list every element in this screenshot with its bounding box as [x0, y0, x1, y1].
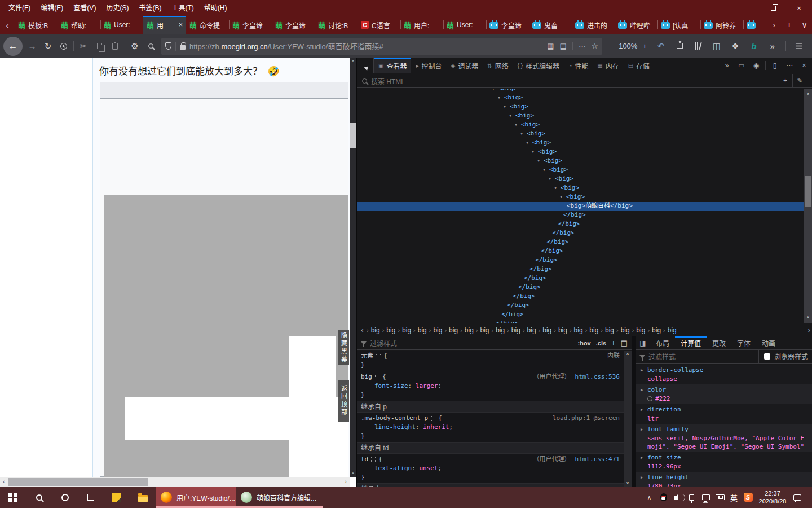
browser-tab[interactable]: 萌讨论:B: [315, 16, 358, 34]
markup-node-close[interactable]: </big>: [357, 229, 804, 238]
close-button[interactable]: ×: [786, 0, 812, 16]
twisty-open-icon[interactable]: ▼: [509, 111, 515, 120]
rule-source-link[interactable]: html.css:471: [575, 456, 620, 463]
twisty-open-icon[interactable]: ▼: [532, 147, 538, 156]
browser-tab[interactable]: 萌帮助:: [58, 16, 100, 34]
twisty-open-icon[interactable]: ▼: [543, 165, 549, 174]
titlebar-menu-item[interactable]: 文件(F): [3, 0, 36, 16]
breadcrumb-item[interactable]: big: [525, 326, 539, 334]
twisty-open-icon[interactable]: ▼: [526, 138, 532, 147]
markup-node-open[interactable]: ▼<big>: [357, 147, 804, 156]
scrollbar-thumb[interactable]: [8, 478, 148, 486]
breadcrumb-item[interactable]: big: [509, 326, 523, 334]
forward-button[interactable]: →: [24, 38, 40, 55]
sidebar-tab-计算值[interactable]: 计算值: [675, 336, 707, 349]
markup-node-open[interactable]: ▼<big>: [357, 89, 804, 93]
cortana-button[interactable]: [52, 487, 78, 508]
scroll-up-icon[interactable]: ∧: [350, 59, 356, 63]
titlebar-menu-item[interactable]: 帮助(H): [199, 0, 232, 16]
computed-property-name-row[interactable]: ▶line-height: [641, 473, 807, 482]
breadcrumb-item[interactable]: big: [572, 326, 585, 334]
titlebar-menu-item[interactable]: 工具(T): [166, 0, 198, 16]
browser-tab[interactable]: 进击的: [572, 16, 615, 34]
devtools-tab-性能[interactable]: ◔性能: [564, 58, 593, 73]
scroll-down-icon[interactable]: ∨: [624, 481, 632, 485]
breadcrumb-item[interactable]: big: [447, 326, 460, 334]
sticky-notes-button[interactable]: [104, 487, 130, 508]
twisty-open-icon[interactable]: ▼: [537, 156, 544, 165]
computed-property-name-row[interactable]: ▶color: [641, 386, 807, 395]
twisty-closed-icon[interactable]: ▶: [641, 426, 647, 434]
tray-expand-button[interactable]: ∧: [642, 487, 656, 508]
twisty-closed-icon[interactable]: ▶: [641, 386, 647, 395]
rule-selector[interactable]: big: [361, 373, 372, 380]
class-toggle[interactable]: .cls: [596, 340, 606, 347]
markup-node-close[interactable]: </big>: [357, 220, 804, 229]
markup-node-close[interactable]: </big>: [357, 310, 804, 319]
browser-tab[interactable]: 萌用×: [143, 16, 186, 34]
markup-node-close[interactable]: </big>: [357, 274, 804, 283]
customize-button[interactable]: ⚙: [127, 38, 143, 55]
markup-node-close[interactable]: </big>: [357, 238, 804, 247]
eyedropper-button[interactable]: ✎: [792, 74, 807, 87]
computed-property[interactable]: ▶color#222: [636, 384, 812, 404]
app-menu-button[interactable]: ☰: [792, 38, 806, 55]
zoom-in-button[interactable]: +: [642, 42, 647, 50]
sidebar-button[interactable]: ◫: [709, 38, 724, 55]
page-vertical-scrollbar[interactable]: ∧ ∨: [350, 58, 356, 477]
twisty-open-icon[interactable]: ▼: [560, 192, 566, 202]
breadcrumb-item[interactable]: big: [603, 326, 616, 334]
twisty-open-icon[interactable]: ▼: [554, 183, 561, 192]
titlebar-menu-item[interactable]: 书签(B): [134, 0, 166, 16]
scroll-down-icon[interactable]: ∨: [350, 471, 356, 475]
stylesheet-icon[interactable]: ▤: [621, 339, 628, 347]
paste-button[interactable]: [107, 38, 123, 55]
scrollbar-thumb[interactable]: [805, 176, 811, 207]
task-view-button[interactable]: [78, 487, 104, 508]
titlebar-menu-item[interactable]: 历史(S): [101, 0, 134, 16]
sidebar-tab-字体[interactable]: 字体: [731, 336, 756, 349]
computed-property[interactable]: ▶font-size1112.96px: [636, 452, 812, 472]
qq-tray-button[interactable]: [656, 487, 670, 508]
breadcrumb-item[interactable]: big: [587, 326, 601, 334]
css-declaration[interactable]: line-height: inherit;: [361, 423, 620, 432]
markup-node-close[interactable]: </big>: [357, 247, 804, 256]
reader-mode-icon[interactable]: ▤: [560, 42, 567, 50]
breadcrumb-item[interactable]: big: [493, 326, 507, 334]
twisty-open-icon[interactable]: ▼: [549, 174, 555, 183]
markup-node-selected[interactable]: <big>萌娘百科</big>: [357, 202, 804, 211]
action-center-button[interactable]: [790, 487, 804, 508]
markup-node-open[interactable]: ▼<big>: [357, 183, 804, 192]
https-lock-icon[interactable]: [180, 45, 186, 50]
touch-keyboard-button[interactable]: [713, 487, 727, 508]
browser-tab[interactable]: CC语言: [358, 16, 400, 34]
taskbar-search-button[interactable]: [26, 487, 52, 508]
qr-code-icon[interactable]: ▦: [547, 42, 554, 50]
titlebar-menu-item[interactable]: 查看(V): [68, 0, 101, 16]
markup-node-close[interactable]: </big>: [357, 319, 804, 323]
markup-node-open[interactable]: ▼<big>: [357, 192, 804, 202]
tab-scroll-left-button[interactable]: ‹: [0, 16, 15, 34]
rule-selector[interactable]: 元素: [361, 352, 373, 360]
sidebar-tab-动画[interactable]: 动画: [756, 336, 781, 349]
browser-tab[interactable]: 萌用户:: [400, 16, 443, 34]
browser-tab[interactable]: 萌李皇谛: [229, 16, 272, 34]
twisty-closed-icon[interactable]: ▶: [641, 454, 647, 462]
twisty-open-icon[interactable]: ▼: [515, 120, 521, 129]
reload-button[interactable]: ↻: [40, 38, 56, 55]
tab-close-button[interactable]: ×: [179, 21, 183, 29]
taskbar-app-button[interactable]: 用户:YEW-studio/...: [156, 487, 236, 508]
devtools-tab-控制台[interactable]: ▸控制台: [411, 58, 446, 73]
markup-node-open[interactable]: ▼<big>: [357, 174, 804, 183]
add-rule-button[interactable]: +: [611, 339, 616, 347]
browser-tab[interactable]: 萌模板:B: [15, 16, 58, 34]
url-text[interactable]: https://zh.moegirl.org.cn/User:YEW-studi…: [189, 41, 544, 51]
page-actions-dots-icon[interactable]: ⋯: [572, 42, 586, 50]
computed-property-name-row[interactable]: ▶font-family: [641, 425, 807, 434]
scroll-left-icon[interactable]: ‹: [0, 477, 8, 487]
pseudo-class-toggle[interactable]: :hov: [578, 340, 591, 347]
breadcrumb-item[interactable]: big: [665, 326, 679, 334]
bookmark-star-icon[interactable]: ☆: [592, 42, 598, 50]
breadcrumb-item[interactable]: big: [634, 326, 647, 334]
markup-node-open[interactable]: ▼<big>: [357, 120, 804, 129]
